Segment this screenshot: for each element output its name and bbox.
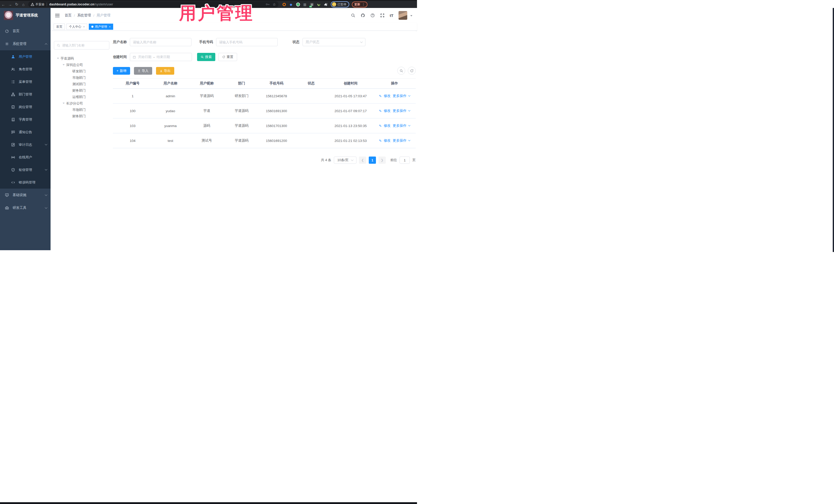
tab-profile[interactable]: 个人中心× — [66, 24, 87, 30]
avatar-caret-icon[interactable] — [410, 15, 412, 18]
sidebar-item-label: 字典管理 — [19, 117, 47, 122]
breadcrumb-current: 用户管理 — [97, 13, 111, 18]
more-actions-link[interactable]: 更多操作 — [393, 109, 407, 113]
sidebar-item-audit-log[interactable]: 审计日志 — [0, 138, 50, 151]
tree-node[interactable]: 测试部门 — [54, 81, 109, 87]
help-icon[interactable] — [370, 13, 375, 18]
import-button[interactable]: 导入 — [134, 67, 152, 75]
tree-node[interactable]: 财务部门 — [54, 87, 109, 94]
app-logo-row[interactable]: 芋道管理系统 — [0, 8, 50, 23]
username-input[interactable] — [130, 38, 192, 46]
edit-link[interactable]: 修改 — [383, 124, 391, 128]
add-button[interactable]: +新增 — [113, 67, 130, 75]
dept-search-input[interactable] — [62, 44, 101, 47]
status-select[interactable]: 用户状态 — [303, 38, 366, 46]
url-text[interactable]: dashboard.yudao.iocoder.cn/system/user — [49, 3, 113, 6]
github-icon[interactable] — [360, 13, 365, 18]
search-icon[interactable] — [351, 13, 355, 18]
tree-caret-icon[interactable] — [63, 64, 65, 66]
back-icon[interactable]: ← — [0, 2, 7, 7]
tab-user-management[interactable]: 用户管理× — [89, 24, 113, 30]
address-bar[interactable]: 不安全 dashboard.yudao.iocoder.cn/system/us… — [28, 1, 279, 7]
tab-close-icon[interactable]: × — [83, 25, 85, 28]
export-button[interactable]: 导出 — [156, 67, 174, 75]
sidebar-item-notice[interactable]: 通知公告 — [0, 126, 50, 138]
page-size-select[interactable]: 10条/页 — [334, 156, 356, 164]
refresh-table-button[interactable] — [408, 67, 416, 75]
edit-link[interactable]: 修改 — [383, 138, 391, 143]
mobile-input[interactable] — [216, 38, 278, 46]
extension-grid-icon[interactable]: ▦ — [303, 2, 307, 6]
tree-node[interactable]: 市场部门 — [54, 74, 109, 81]
dept-search-box[interactable] — [54, 41, 109, 49]
sidebar-toggle-icon[interactable] — [55, 14, 60, 17]
tree-node[interactable]: 深圳总公司 — [54, 62, 109, 68]
font-size-icon[interactable]: tT — [390, 13, 393, 18]
edit-link[interactable]: 修改 — [383, 94, 391, 98]
cell-id: 103 — [113, 124, 152, 128]
prev-page-button[interactable]: ❮ — [359, 156, 366, 164]
monitor-check-icon — [5, 193, 9, 197]
date-range-picker[interactable]: 开始日期 - 结束日期 — [130, 53, 192, 61]
tree-node[interactable]: 长沙分公司 — [54, 100, 109, 107]
edit-icon: ✎ — [379, 94, 381, 98]
password-key-icon[interactable] — [265, 2, 270, 7]
sidebar-item-error-code[interactable]: 错误码管理 — [0, 176, 50, 189]
tab-home[interactable]: 首页 — [53, 24, 65, 30]
extension-gem-icon[interactable]: ◆ — [289, 2, 293, 6]
tree-node[interactable]: 运维部门 — [54, 94, 109, 100]
browser-update-button[interactable]: 更新 ⋮ — [352, 2, 368, 7]
next-page-button[interactable]: ❯ — [378, 156, 386, 164]
breadcrumb-home[interactable]: 首页 — [65, 13, 72, 18]
sidebar-item-dict-management[interactable]: 字典管理 — [0, 113, 50, 126]
tree-node[interactable]: 财务部门 — [54, 113, 109, 119]
add-button-label: 新增 — [120, 68, 127, 73]
extension-list-icon[interactable]: on — [310, 2, 314, 6]
search-button[interactable]: 搜索 — [197, 53, 215, 61]
sidebar-item-online-users[interactable]: 在线用户 — [0, 151, 50, 163]
sidebar-item-post-management[interactable]: 岗位管理 — [0, 101, 50, 113]
sidebar-item-infrastructure[interactable]: 基础设施 — [0, 189, 50, 201]
show-search-toggle-button[interactable] — [397, 67, 405, 75]
username-label: 用户名称 — [113, 40, 127, 44]
sidebar-item-menu-management[interactable]: 菜单管理 — [0, 75, 50, 88]
tree-node[interactable]: 研发部门 — [54, 68, 109, 74]
more-actions-link[interactable]: 更多操作 — [393, 138, 407, 143]
main-content: 芋道源码 深圳总公司 研发部门 市场部门 测试部门 财务部门 运维部门 长沙分公… — [50, 31, 416, 250]
tab-close-icon[interactable]: × — [109, 25, 110, 28]
page-number-button[interactable]: 1 — [369, 156, 376, 164]
omnibox-divider — [47, 3, 47, 6]
tree-node[interactable]: 芋道源码 — [54, 55, 109, 62]
more-actions-link[interactable]: 更多操作 — [393, 124, 407, 128]
chevron-down-icon — [408, 109, 410, 111]
sidebar-item-dev-tools[interactable]: 研发工具 — [0, 201, 50, 214]
browser-profile-chip[interactable]: 已暂停 — [331, 1, 349, 7]
breadcrumb-system[interactable]: 系统管理 — [77, 13, 91, 18]
fullscreen-icon[interactable] — [380, 13, 385, 18]
sidebar-item-role-management[interactable]: 角色管理 — [0, 63, 50, 75]
user-avatar[interactable] — [398, 11, 407, 20]
goto-page-input[interactable] — [399, 156, 410, 164]
reset-button[interactable]: 重置 — [218, 53, 237, 61]
sidebar-item-dept-management[interactable]: 部门管理 — [0, 88, 50, 101]
tree-node[interactable]: 市场部门 — [54, 107, 109, 113]
tree-caret-icon[interactable] — [57, 58, 59, 60]
reload-icon[interactable]: ↻ — [13, 2, 20, 7]
sidebar-item-sms-management[interactable]: 短信管理 — [0, 163, 50, 176]
sidebar-item-system[interactable]: 系统管理 — [0, 38, 50, 50]
home-icon[interactable]: ⌂ — [20, 2, 27, 7]
extension-plant-icon[interactable] — [317, 2, 321, 6]
security-label[interactable]: 不安全 — [36, 2, 45, 7]
table-row: 103 yuanma 源码 芋道源码 15601701300 2021-01-1… — [113, 118, 416, 133]
extensions-puzzle-icon[interactable] — [324, 2, 328, 6]
tree-caret-icon[interactable] — [63, 103, 65, 105]
more-actions-link[interactable]: 更多操作 — [393, 94, 407, 98]
extension-green-y-icon[interactable]: y — [296, 2, 300, 6]
edit-link[interactable]: 修改 — [383, 109, 391, 113]
browser-menu-kebab-icon[interactable]: ⋮ — [362, 3, 365, 6]
sidebar-item-user-management[interactable]: 用户管理 — [0, 50, 50, 63]
extension-orange-icon[interactable] — [282, 2, 286, 6]
bookmark-star-icon[interactable]: ☆ — [272, 2, 276, 6]
sidebar-item-home[interactable]: 首页 — [0, 25, 50, 38]
forward-icon[interactable]: → — [7, 2, 13, 7]
